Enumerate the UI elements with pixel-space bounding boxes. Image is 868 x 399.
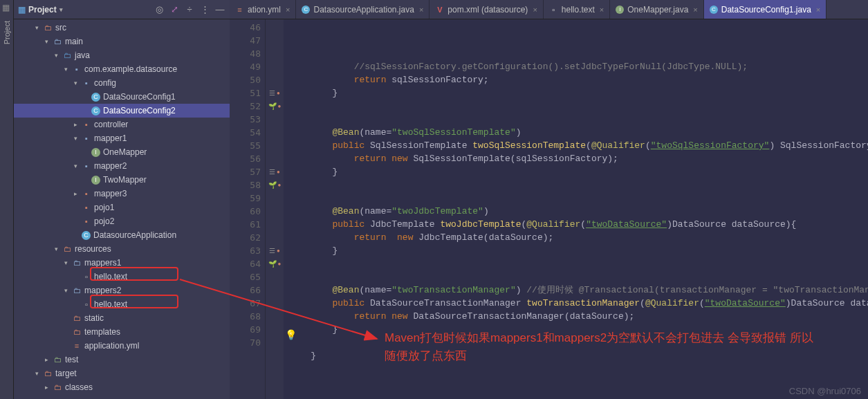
editor-tab[interactable]: ≡ation.yml× [230, 0, 296, 19]
hide-icon[interactable]: — [214, 4, 225, 15]
bulb-icon[interactable]: 💡 [285, 329, 297, 342]
sidebar-title[interactable]: ▦ Project ▾ [18, 5, 63, 15]
close-icon[interactable]: × [286, 6, 290, 14]
editor-tab[interactable]: CDataSourceConfig1.java× [704, 0, 827, 19]
tree-item[interactable]: ▾▪mapper1 [14, 131, 230, 145]
tree-item[interactable]: CDatasourceApplication [14, 228, 230, 242]
close-icon[interactable]: × [816, 6, 820, 14]
project-tree[interactable]: ▾🗀src▾🗀main▾🗀java▾▪com.example.datasourc… [14, 19, 230, 399]
tree-item[interactable]: ≡application.yml [14, 339, 230, 353]
tree-item[interactable]: ▾🗀mappers2 [14, 284, 230, 297]
project-icon[interactable]: ▦ [2, 3, 12, 12]
tree-item[interactable]: ITwoMapper [14, 173, 230, 187]
project-rail-label[interactable]: Project [3, 21, 11, 44]
tree-item[interactable]: ▫hello.text [14, 270, 230, 284]
tree-item[interactable]: ▾🗀src [14, 21, 230, 35]
tree-item[interactable]: ▾🗀java [14, 48, 230, 62]
tree-item[interactable]: ▾▪mapper2 [14, 159, 230, 173]
target-icon[interactable]: ◎ [154, 4, 165, 15]
tool-window-rail[interactable]: ▦ Project [0, 0, 14, 399]
tree-item[interactable]: ▫hello.text [14, 297, 230, 311]
tree-item[interactable]: ▾🗀target [14, 366, 230, 380]
collapse-icon[interactable]: ÷ [184, 4, 195, 15]
tree-item[interactable]: ▾▪com.example.datasource [14, 62, 230, 76]
editor-tabs[interactable]: ≡ation.yml×CDatasourceApplication.java×V… [230, 0, 868, 19]
settings-icon[interactable]: ⋮ [199, 4, 210, 15]
tree-item[interactable]: IOneMapper [14, 145, 230, 159]
sidebar-header: ▦ Project ▾ ◎ ⤢ ÷ ⋮ — [14, 0, 230, 19]
tree-item[interactable]: ▸▪controller [14, 118, 230, 131]
tree-item[interactable]: ▸🗀classes [14, 380, 230, 394]
project-sidebar: ▦ Project ▾ ◎ ⤢ ÷ ⋮ — ▾🗀src▾🗀main▾🗀java▾… [14, 0, 230, 399]
editor-tab[interactable]: ▫hello.text× [544, 0, 610, 19]
tree-item[interactable]: ▾▪config [14, 76, 230, 90]
tree-item[interactable]: ▸▪mapper3 [14, 187, 230, 201]
tree-item[interactable]: ▪pojo2 [14, 214, 230, 228]
gutter-icons[interactable]: ☰●🌱●☰●🌱●☰●🌱● [266, 19, 284, 399]
tree-item[interactable]: ▸🗀test [14, 353, 230, 366]
close-icon[interactable]: × [600, 6, 604, 14]
close-icon[interactable]: × [419, 6, 423, 14]
expand-icon[interactable]: ⤢ [169, 4, 180, 15]
tree-item[interactable]: ▾🗀main [14, 35, 230, 48]
line-gutter[interactable]: 4647484950515253545556575859606162636465… [230, 19, 266, 399]
code-editor[interactable]: 💡 //sqlSessionFactory.getConfiguration()… [284, 19, 868, 399]
tree-item[interactable]: ▪pojo1 [14, 201, 230, 214]
close-icon[interactable]: × [533, 6, 537, 14]
tree-item[interactable]: CDataSourceConfig2 [14, 104, 230, 118]
tree-item[interactable]: CDataSourceConfig1 [14, 90, 230, 104]
editor-area: ≡ation.yml×CDatasourceApplication.java×V… [230, 0, 868, 399]
editor-tab[interactable]: Vpom.xml (datasource)× [430, 0, 543, 19]
editor-tab[interactable]: CDatasourceApplication.java× [296, 0, 430, 19]
close-icon[interactable]: × [693, 6, 697, 14]
tree-item[interactable]: ▾🗀mappers1 [14, 256, 230, 270]
editor-tab[interactable]: IOneMapper.java× [610, 0, 704, 19]
tree-item[interactable]: ▾🗀resources [14, 242, 230, 256]
tree-item[interactable]: 🗀static [14, 311, 230, 325]
tree-item[interactable]: 🗀templates [14, 325, 230, 339]
